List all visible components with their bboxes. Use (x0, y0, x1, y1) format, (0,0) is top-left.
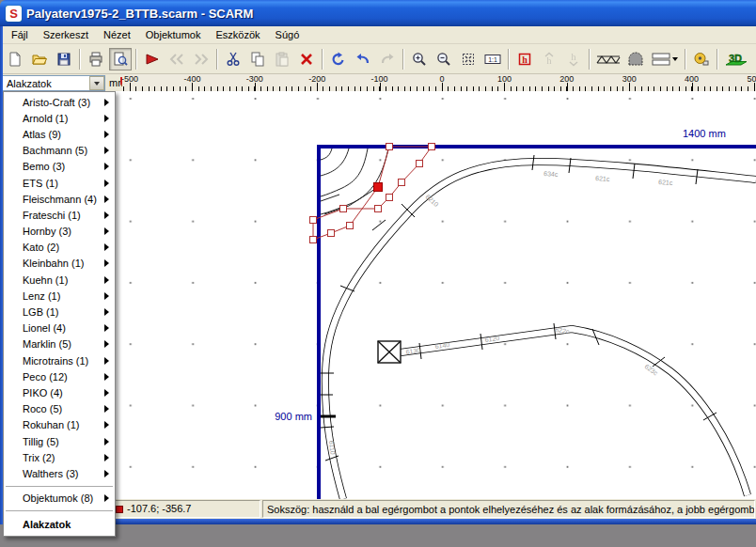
submenu-arrow-icon (104, 292, 109, 300)
shape-menu-item-label: Aristo-Craft (3) (23, 97, 90, 108)
shape-menu-item-hornby-3[interactable]: Hornby (3) (4, 224, 115, 240)
menu-item-sg[interactable]: Súgó (268, 27, 307, 42)
polygon-vertex-handle[interactable] (340, 206, 347, 212)
menu-item-objektumok[interactable]: Objektumok (138, 27, 209, 42)
menu-separator (6, 510, 113, 511)
polygon-vertex-handle[interactable] (328, 230, 335, 237)
shape-category-value: Alakzatok (3, 78, 89, 89)
combo-dropdown-button[interactable] (89, 76, 104, 90)
polygon-vertex-handle[interactable] (386, 144, 393, 150)
bridge-icon[interactable] (594, 48, 622, 70)
polygon-active-vertex-handle[interactable] (374, 183, 383, 192)
print-icon[interactable] (85, 48, 107, 70)
shape-menu-item-lgb-1[interactable]: LGB (1) (4, 304, 115, 320)
polygon-vertex-handle[interactable] (310, 237, 317, 243)
menu-item-eszkzk[interactable]: Eszközök (208, 27, 267, 42)
save-icon[interactable] (53, 48, 75, 70)
delete-icon[interactable] (295, 48, 318, 70)
title-bar[interactable]: S Palyaterv1975-2_BTTB.scarm - SCARM (0, 0, 756, 26)
paste-icon[interactable] (271, 48, 293, 70)
layers-dropdown-caret[interactable] (672, 57, 678, 61)
shape-menu-item-label: Peco (12) (23, 371, 68, 383)
submenu-arrow-icon (104, 308, 109, 316)
measure-tape-icon[interactable] (690, 48, 713, 70)
polygon-vertex-handle[interactable] (417, 161, 423, 167)
shape-menu-item-rokuhan-1[interactable]: Rokuhan (1) (4, 417, 115, 433)
undo-icon[interactable] (352, 48, 374, 70)
toolbar-separator (717, 49, 718, 70)
shape-menu-item-kleinbahn-1[interactable]: Kleinbahn (1) (4, 256, 115, 272)
polygon-vertex-handle[interactable] (375, 206, 382, 212)
shape-menu-item-label: Bemo (3) (23, 161, 65, 172)
shape-menu-item-lionel-4[interactable]: Lionel (4) (4, 320, 115, 336)
raise-height-icon[interactable]: h (538, 48, 560, 70)
shape-menu-item-kato-2[interactable]: Kato (2) (4, 240, 115, 256)
shape-menu-item-arnold-1[interactable]: Arnold (1) (4, 110, 115, 126)
shape-menu-item-atlas-9[interactable]: Atlas (9) (4, 126, 115, 142)
new-document-icon[interactable] (4, 48, 26, 70)
shape-menu-item-ets-1[interactable]: ETS (1) (4, 175, 115, 191)
redo-icon[interactable] (376, 48, 399, 70)
next-icon[interactable] (190, 48, 213, 70)
shape-menu-item-tillig-5[interactable]: Tillig (5) (4, 433, 115, 449)
shape-menu-item-trix-2[interactable]: Trix (2) (4, 449, 115, 465)
lower-height-icon[interactable]: h (562, 48, 585, 70)
shape-menu-item-kuehn-1[interactable]: Kuehn (1) (4, 272, 115, 288)
submenu-arrow-icon (104, 243, 109, 251)
shape-menu-item-fleischmann-4[interactable]: Fleischmann (4) (4, 191, 115, 207)
zoom-actual-size-icon[interactable]: 1:1 (481, 48, 504, 70)
polygon-vertex-handle[interactable] (399, 180, 405, 186)
track-piece-code: 621c (595, 175, 610, 182)
shape-menu-item-piko-4[interactable]: PIKO (4) (4, 384, 115, 400)
shape-menu-item-label: Objektumok (8) (23, 492, 93, 504)
menu-item-nzet[interactable]: Nézet (96, 27, 138, 42)
polygon-vertex-handle[interactable] (310, 217, 317, 224)
shape-menu-item-marklin-5[interactable]: Marklin (5) (4, 336, 115, 352)
cut-icon[interactable] (222, 48, 244, 70)
shape-menu-item-alakzatok[interactable]: Alakzatok (4, 515, 115, 534)
ruler-major-tick (692, 83, 693, 91)
shape-bar: Alakzatok mm -500-400-300-200-1000100200… (0, 74, 756, 91)
plan-border (319, 147, 756, 499)
ruler-major-tick (754, 83, 755, 91)
shape-menu-item-lenz-1[interactable]: Lenz (1) (4, 288, 115, 304)
track-piece-code: 634c (543, 170, 559, 178)
track-piece-labels: 634c621c621c62106110613061406120622c623c (328, 170, 673, 455)
shape-menu-item-bachmann-5[interactable]: Bachmann (5) (4, 143, 115, 159)
polygon-vertex-handle[interactable] (429, 144, 435, 150)
toolbar-separator (508, 49, 510, 70)
menu-item-szerkeszt[interactable]: Szerkeszt (36, 27, 96, 42)
shape-menu-item-bemo-3[interactable]: Bemo (3) (4, 159, 115, 175)
copy-icon[interactable] (246, 48, 269, 70)
menu-item-fjl[interactable]: Fájl (4, 27, 36, 42)
start-point-icon[interactable] (141, 48, 164, 70)
zoom-out-icon[interactable] (433, 48, 455, 70)
shape-menu-item-objektumok-8[interactable]: Objektumok (8) (4, 491, 115, 507)
polygon-vertex-handle[interactable] (347, 223, 354, 229)
print-preview-icon[interactable] (109, 48, 132, 70)
polygon-vertex-handle[interactable] (386, 195, 393, 201)
terrain-contours (321, 148, 388, 214)
h-label: h (522, 54, 528, 64)
shape-menu-item-walthers-3[interactable]: Walthers (3) (4, 465, 115, 481)
zoom-fit-icon[interactable] (457, 48, 480, 70)
submenu-arrow-icon (104, 470, 109, 477)
previous-icon[interactable] (165, 48, 188, 70)
shape-menu-item-label: Lenz (1) (23, 290, 60, 302)
shape-category-select[interactable]: Alakzatok (2, 75, 105, 91)
shape-menu-item-roco-5[interactable]: Roco (5) (4, 401, 115, 417)
shape-menu-item-microtrains-1[interactable]: Microtrains (1) (4, 352, 115, 368)
shape-menu-item-aristo-craft-3[interactable]: Aristo-Craft (3) (4, 94, 115, 110)
rotate-icon[interactable] (327, 48, 350, 70)
shape-menu-item-peco-12[interactable]: Peco (12) (4, 368, 115, 384)
open-file-icon[interactable] (28, 48, 51, 70)
shape-menu-item-frateschi-1[interactable]: Frateschi (1) (4, 207, 115, 223)
chevron-down-icon (94, 82, 100, 86)
3d-view-icon[interactable]: 3D (722, 48, 750, 70)
zoom-in-icon[interactable] (408, 48, 431, 70)
shape-menu-item-label: Walthers (3) (23, 468, 79, 479)
layers-icon[interactable] (649, 48, 681, 70)
selected-polygon[interactable] (310, 144, 435, 243)
tunnel-icon[interactable] (624, 48, 647, 70)
heights-icon[interactable]: h (513, 48, 536, 70)
